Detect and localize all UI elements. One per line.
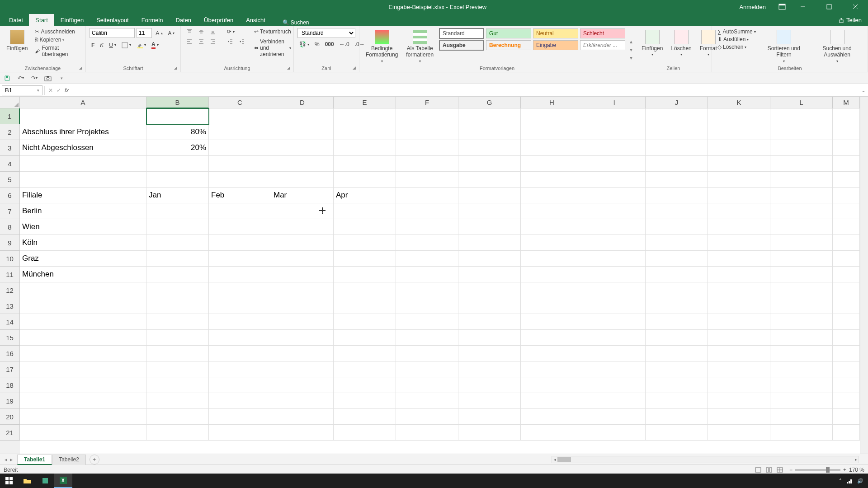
- accounting-format-button[interactable]: 💱▾: [297, 41, 311, 48]
- hscroll-thumb[interactable]: [557, 457, 571, 462]
- tab-formeln[interactable]: Formeln: [135, 14, 170, 26]
- italic-button[interactable]: K: [98, 42, 105, 49]
- cell-G15[interactable]: [458, 330, 521, 346]
- font-name-select[interactable]: [90, 28, 135, 38]
- cell-D7[interactable]: [271, 203, 334, 219]
- cell-L17[interactable]: [770, 361, 833, 377]
- cell-E3[interactable]: [334, 140, 396, 156]
- cell-M14[interactable]: [833, 314, 860, 330]
- cell-J20[interactable]: [646, 409, 708, 425]
- cell-E6[interactable]: Apr: [334, 188, 396, 203]
- cell-L16[interactable]: [770, 346, 833, 361]
- cell-M21[interactable]: [833, 425, 860, 441]
- cell-B11[interactable]: [146, 267, 209, 282]
- cell-K9[interactable]: [708, 235, 770, 251]
- cell-C6[interactable]: Feb: [209, 188, 271, 203]
- cell-L14[interactable]: [770, 314, 833, 330]
- row-header-14[interactable]: 14: [0, 314, 20, 330]
- view-page-break-button[interactable]: [775, 466, 785, 474]
- cell-E2[interactable]: [334, 124, 396, 140]
- decrease-font-button[interactable]: A▾: [166, 30, 176, 36]
- cell-K3[interactable]: [708, 140, 770, 156]
- cell-B20[interactable]: [146, 409, 209, 425]
- name-box[interactable]: B1 ▾: [2, 85, 42, 95]
- cell-H10[interactable]: [521, 251, 583, 267]
- maximize-button[interactable]: [820, 0, 838, 14]
- cell-G11[interactable]: [458, 267, 521, 282]
- cell-J2[interactable]: [646, 124, 708, 140]
- cell-B13[interactable]: [146, 298, 209, 314]
- row-header-20[interactable]: 20: [0, 409, 20, 425]
- cell-B16[interactable]: [146, 346, 209, 361]
- fx-icon[interactable]: fx: [65, 87, 71, 94]
- orientation-button[interactable]: ⟳▾: [225, 28, 236, 35]
- copy-button[interactable]: ⎘Kopieren▾: [33, 36, 82, 43]
- bold-button[interactable]: F: [90, 42, 96, 49]
- cell-I15[interactable]: [583, 330, 646, 346]
- row-header-4[interactable]: 4: [0, 156, 20, 172]
- cell-M5[interactable]: [833, 172, 860, 188]
- cell-J5[interactable]: [646, 172, 708, 188]
- cell-A18[interactable]: [20, 377, 146, 393]
- cell-C16[interactable]: [209, 346, 271, 361]
- cell-B5[interactable]: [146, 172, 209, 188]
- cell-H16[interactable]: [521, 346, 583, 361]
- decrease-indent-button[interactable]: [225, 38, 235, 45]
- zoom-slider[interactable]: [795, 469, 840, 471]
- cell-L10[interactable]: [770, 251, 833, 267]
- cell-M13[interactable]: [833, 298, 860, 314]
- cell-L8[interactable]: [770, 219, 833, 235]
- tab-seitenlayout[interactable]: Seitenlayout: [90, 14, 135, 26]
- cell-M10[interactable]: [833, 251, 860, 267]
- cell-A21[interactable]: [20, 425, 146, 441]
- cell-J15[interactable]: [646, 330, 708, 346]
- column-header-L[interactable]: L: [770, 97, 833, 108]
- cell-D9[interactable]: [271, 235, 334, 251]
- cell-C15[interactable]: [209, 330, 271, 346]
- cell-H13[interactable]: [521, 298, 583, 314]
- align-left-button[interactable]: [184, 38, 194, 45]
- cell-G10[interactable]: [458, 251, 521, 267]
- cell-K7[interactable]: [708, 203, 770, 219]
- cell-D17[interactable]: [271, 361, 334, 377]
- column-header-A[interactable]: A: [20, 97, 146, 108]
- cell-E12[interactable]: [334, 282, 396, 298]
- cell-D2[interactable]: [271, 124, 334, 140]
- cell-G9[interactable]: [458, 235, 521, 251]
- cell-F10[interactable]: [396, 251, 458, 267]
- style-neutral[interactable]: Neutral: [533, 28, 578, 38]
- cell-C1[interactable]: [209, 108, 271, 124]
- cell-E14[interactable]: [334, 314, 396, 330]
- cell-J10[interactable]: [646, 251, 708, 267]
- cell-K1[interactable]: [708, 108, 770, 124]
- cell-M16[interactable]: [833, 346, 860, 361]
- cell-I17[interactable]: [583, 361, 646, 377]
- cell-L4[interactable]: [770, 156, 833, 172]
- start-button[interactable]: [0, 474, 18, 488]
- cell-A16[interactable]: [20, 346, 146, 361]
- cell-E19[interactable]: [334, 393, 396, 409]
- cell-J18[interactable]: [646, 377, 708, 393]
- cell-L18[interactable]: [770, 377, 833, 393]
- cell-F7[interactable]: [396, 203, 458, 219]
- cell-B9[interactable]: [146, 235, 209, 251]
- comma-format-button[interactable]: 000: [323, 41, 336, 48]
- cell-B2[interactable]: 80%: [146, 124, 209, 140]
- cell-A14[interactable]: [20, 314, 146, 330]
- row-header-17[interactable]: 17: [0, 361, 20, 377]
- cell-A13[interactable]: [20, 298, 146, 314]
- merge-center-button[interactable]: ⬌Verbinden und zentrieren▾: [252, 38, 293, 58]
- cell-L19[interactable]: [770, 393, 833, 409]
- cell-H8[interactable]: [521, 219, 583, 235]
- row-header-18[interactable]: 18: [0, 377, 20, 393]
- cell-G5[interactable]: [458, 172, 521, 188]
- cell-I11[interactable]: [583, 267, 646, 282]
- cell-K18[interactable]: [708, 377, 770, 393]
- taskbar-app[interactable]: [36, 474, 54, 488]
- cell-I7[interactable]: [583, 203, 646, 219]
- column-header-H[interactable]: H: [521, 97, 583, 108]
- cell-J9[interactable]: [646, 235, 708, 251]
- align-middle-button[interactable]: [196, 28, 206, 35]
- cell-E16[interactable]: [334, 346, 396, 361]
- font-color-button[interactable]: A▾: [150, 41, 160, 49]
